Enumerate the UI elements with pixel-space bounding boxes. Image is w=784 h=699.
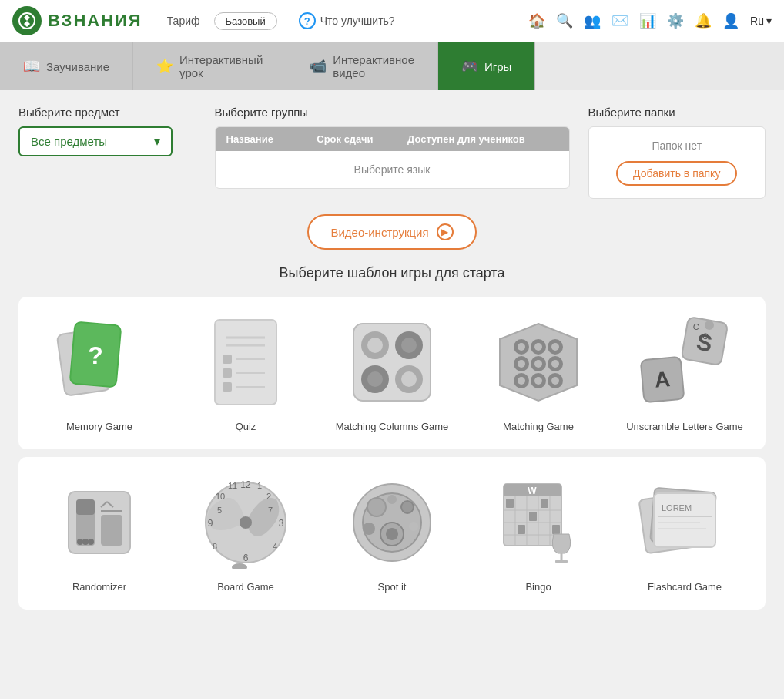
tarif-label: Тариф [167,15,200,27]
svg-text:10: 10 [216,492,225,501]
svg-rect-95 [518,525,525,534]
svg-rect-9 [223,368,232,378]
game-item-matching-columns[interactable]: Matching Columns Game [327,312,457,434]
bingo-label: Bingo [525,580,551,594]
game-item-randomizer[interactable]: Randomizer [34,472,165,594]
svg-point-59 [240,516,252,529]
search-icon[interactable]: 🔍 [556,12,573,29]
svg-rect-98 [555,560,568,563]
memory-game-icon: ? [49,312,149,412]
randomizer-icon [49,472,149,573]
subject-value: Все предметы [31,135,107,148]
users-icon[interactable]: 👥 [584,12,601,29]
lang-label: Ru [750,15,764,27]
matching-columns-icon [342,312,442,412]
svg-rect-94 [541,499,548,508]
tab-memorize-label: Заучивание [46,60,109,73]
randomizer-label: Randomizer [72,580,126,594]
game-item-board[interactable]: 12 6 9 3 10 2 8 4 11 1 5 7 Board Game [180,472,311,594]
groups-placeholder: Выберите язык [354,163,431,176]
games-grid-row1: ? Memory Game Quiz [18,297,766,449]
games-icon: 🎮 [461,58,478,75]
chart-icon[interactable]: 📊 [639,12,656,29]
video-instruction-label: Видео-инструкция [330,226,428,239]
svg-point-39 [534,377,542,385]
svg-point-19 [401,338,417,353]
video-instruction-button[interactable]: Видео-инструкция ▶ [307,214,476,250]
board-game-label: Board Game [217,580,274,594]
lang-arrow: ▾ [766,15,772,27]
svg-point-52 [77,539,83,545]
svg-text:7: 7 [268,506,273,515]
subject-col: Выберите предмет Все предметы ▾ [18,106,196,199]
svg-point-32 [518,343,525,351]
svg-rect-11 [223,382,232,392]
logo-icon [12,6,42,35]
game-item-spotit[interactable]: Spot it [327,472,457,594]
game-item-flashcard[interactable]: LOREM Flashcard Game [619,472,750,594]
tab-interactive-video[interactable]: 📹 Интерактивноевидео [286,42,438,90]
templates-title: Выберите шаблон игры для старта [18,265,766,281]
svg-text:LOREM: LOREM [662,503,692,512]
svg-point-81 [386,528,398,540]
svg-point-36 [534,360,542,368]
unscramble-icon: S A o C [635,312,735,412]
matching-columns-label: Matching Columns Game [336,420,449,434]
col-available: Доступен для учеников [407,133,558,145]
col-name: Название [226,133,302,145]
game-item-unscramble[interactable]: S A o C Unscramble Letters Game [619,312,750,434]
main-content: Выберите предмет Все предметы ▾ Выберите… [0,90,784,625]
game-item-matching[interactable]: Matching Game [473,312,604,434]
groups-label: Выберите группы [215,106,570,119]
svg-text:3: 3 [279,518,284,529]
board-game-icon: 12 6 9 3 10 2 8 4 11 1 5 7 [196,472,296,573]
svg-point-72 [232,563,247,569]
svg-text:4: 4 [273,542,277,551]
svg-rect-96 [552,525,560,534]
dropdown-arrow: ▾ [154,134,160,149]
improve-label: Что улучшить? [320,15,395,27]
game-item-bingo[interactable]: W [473,472,604,594]
tab-memorize[interactable]: 📖 Заучивание [0,42,133,90]
svg-text:A: A [654,367,672,392]
groups-header: Название Срок сдачи Доступен для ученико… [216,127,569,151]
video-instruction-row: Видео-инструкция ▶ [18,214,766,250]
svg-text:9: 9 [208,518,213,529]
mail-icon[interactable]: ✉️ [611,12,628,29]
subject-dropdown[interactable]: Все предметы ▾ [18,126,173,156]
tab-interactive-video-label: Интерактивноевидео [333,53,414,79]
tarif-badge[interactable]: Базовый [214,12,277,30]
svg-point-76 [401,501,414,513]
header-actions: 🏠 🔍 👥 ✉️ 📊 ⚙️ 🔔 👤 Ru ▾ [528,12,772,29]
svg-text:W: W [528,486,537,496]
tab-interactive-lesson[interactable]: ⭐ Интерактивныйурок [133,42,286,90]
groups-col: Выберите группы Название Срок сдачи Дост… [215,106,570,199]
svg-point-75 [367,498,386,516]
logo[interactable]: ВЗНАНИЯ [12,6,142,35]
game-item-quiz[interactable]: Quiz [180,312,311,434]
settings-icon[interactable]: ⚙️ [667,12,684,29]
memorize-icon: 📖 [23,58,40,75]
tab-interactive-lesson-label: Интерактивныйурок [179,53,263,79]
svg-rect-50 [101,515,122,546]
folders-label: Выберите папки [588,106,766,119]
bell-icon[interactable]: 🔔 [695,12,712,29]
groups-body: Выберите язык [216,151,569,188]
spotit-icon [342,472,442,573]
add-folder-button[interactable]: Добавить в папку [616,161,737,186]
user-icon[interactable]: 👤 [722,12,739,29]
matching-game-label: Matching Game [503,420,574,434]
home-icon[interactable]: 🏠 [528,12,545,29]
games-grid-row2: Randomizer 12 6 9 3 10 2 8 4 11 [18,457,766,610]
svg-rect-13 [353,324,431,401]
question-icon: ? [299,12,316,29]
folders-box: Папок нет Добавить в папку [588,126,766,199]
improve-btn[interactable]: ? Что улучшить? [299,12,395,29]
svg-point-21 [401,371,417,387]
svg-text:1: 1 [257,481,262,490]
game-item-memory[interactable]: ? Memory Game [34,312,165,434]
lang-btn[interactable]: Ru ▾ [750,15,772,27]
svg-point-18 [367,338,383,353]
tab-games[interactable]: 🎮 Игры [438,42,535,90]
svg-point-79 [409,522,418,531]
